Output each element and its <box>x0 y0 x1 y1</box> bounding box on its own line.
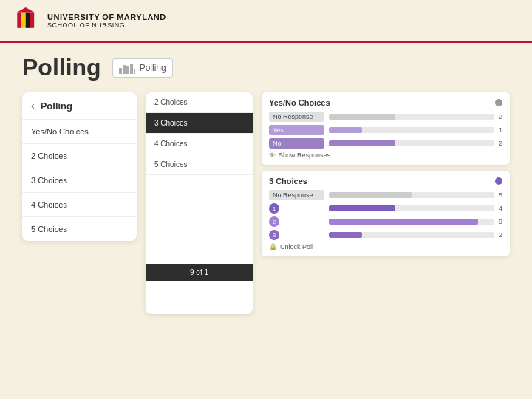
right-panel: Yes/No Choices No Response 2 Yes <box>262 92 510 256</box>
three-choices-card: 3 Choices No Response 5 1 <box>262 171 510 256</box>
yes-no-card: Yes/No Choices No Response 2 Yes <box>262 92 510 165</box>
unlock-poll-text: Unlock Poll <box>280 243 313 250</box>
tc-count-2: 9 <box>499 218 502 225</box>
three-choices-header: 3 Choices <box>269 177 502 185</box>
three-choices-title: 3 Choices <box>269 177 307 185</box>
svg-rect-8 <box>130 64 133 74</box>
title-row: Polling Polling <box>22 54 510 81</box>
back-arrow[interactable]: ‹ <box>31 100 35 112</box>
yes-no-row-noresp: No Response 2 <box>269 112 502 122</box>
left-panel: ‹ Polling Yes/No Choices 2 Choices 3 Cho… <box>22 92 137 241</box>
main-content: Polling Polling ‹ Polling Yes/No Choices <box>0 43 532 325</box>
logo-text: UNIVERSITY of MARYLAND SCHOOL OF NURSING <box>47 13 166 29</box>
svg-rect-2 <box>26 13 30 28</box>
svg-rect-6 <box>123 65 126 74</box>
yes-no-title: Yes/No Choices <box>269 98 330 107</box>
three-choices-dot <box>495 177 502 185</box>
show-responses[interactable]: 👁 Show Responses <box>269 151 502 159</box>
tc-count-1: 4 <box>499 205 502 212</box>
yes-no-noresp-fill <box>329 114 395 120</box>
tc-fill-3 <box>329 232 362 238</box>
svg-rect-9 <box>134 69 135 74</box>
school-name: SCHOOL OF NURSING <box>47 21 166 29</box>
tc-noresp-label: No Response <box>269 190 324 200</box>
svg-rect-7 <box>126 66 129 74</box>
tc-row-noresp: No Response 5 <box>269 190 502 200</box>
yes-no-noresp-count: 2 <box>499 113 502 120</box>
menu-item-yesno[interactable]: Yes/No Choices <box>22 120 137 144</box>
tc-row-3: 3 2 <box>269 230 502 240</box>
yes-no-card-header: Yes/No Choices <box>269 98 502 107</box>
yes-no-no-count: 2 <box>499 140 502 147</box>
unlock-poll[interactable]: 🔒 Unlock Poll <box>269 243 502 250</box>
svg-marker-4 <box>17 7 34 13</box>
yes-no-no-label: No <box>269 138 324 149</box>
svg-rect-0 <box>17 13 21 28</box>
panels-row: ‹ Polling Yes/No Choices 2 Choices 3 Cho… <box>22 92 510 314</box>
menu-item-2choices[interactable]: 2 Choices <box>22 144 137 168</box>
tc-count-3: 2 <box>499 231 502 239</box>
menu-item-5choices[interactable]: 5 Choices <box>22 217 137 241</box>
circle-2: 2 <box>269 216 279 227</box>
tc-fill-1 <box>329 205 395 211</box>
mid-panel: 2 Choices 3 Choices 4 Choices 5 Choices … <box>146 92 253 314</box>
tc-bar-3 <box>329 232 494 238</box>
logo-area: UNIVERSITY of MARYLAND SCHOOL OF NURSING <box>15 7 166 34</box>
yes-no-yes-fill <box>329 127 362 133</box>
yes-no-yes-bar <box>329 127 494 133</box>
tc-bar-1 <box>329 205 494 211</box>
tc-row-1: 1 4 <box>269 203 502 214</box>
circle-1: 1 <box>269 203 279 214</box>
yes-no-row-no: No 2 <box>269 138 502 149</box>
university-name: UNIVERSITY of MARYLAND <box>47 13 166 21</box>
menu-item-4choices[interactable]: 4 Choices <box>22 193 137 217</box>
mid-item-4choices[interactable]: 4 Choices <box>146 134 253 154</box>
tc-noresp-count: 5 <box>499 191 502 199</box>
header: UNIVERSITY of MARYLAND SCHOOL OF NURSING <box>0 0 532 43</box>
polling-badge: Polling <box>112 58 173 78</box>
mid-item-5choices[interactable]: 5 Choices <box>146 154 253 175</box>
show-responses-text: Show Responses <box>279 151 330 159</box>
tc-row-2: 2 9 <box>269 216 502 227</box>
tc-noresp-fill <box>329 192 412 198</box>
yes-no-yes-count: 1 <box>499 126 502 134</box>
yes-no-noresp-bar <box>329 114 494 120</box>
mid-item-2choices[interactable]: 2 Choices <box>146 92 253 113</box>
tc-bar-2 <box>329 219 494 225</box>
yes-no-no-fill <box>329 140 395 146</box>
yes-no-yes-label: Yes <box>269 125 324 135</box>
umd-logo-icon <box>15 7 41 34</box>
menu-item-3choices[interactable]: 3 Choices <box>22 168 137 193</box>
svg-rect-3 <box>30 13 34 28</box>
yes-no-dot <box>495 99 502 106</box>
tc-noresp-bar <box>329 192 494 198</box>
bar-chart-icon <box>119 62 135 74</box>
polling-badge-text: Polling <box>140 63 166 73</box>
left-panel-header: ‹ Polling <box>22 92 137 120</box>
tc-fill-2 <box>329 219 478 225</box>
eye-icon: 👁 <box>269 151 276 159</box>
yes-no-row-yes: Yes 1 <box>269 125 502 135</box>
circle-3: 3 <box>269 230 279 240</box>
lock-icon: 🔒 <box>269 243 277 250</box>
svg-rect-1 <box>21 13 26 28</box>
mid-bottom-bar: 9 of 1 <box>146 264 253 281</box>
mid-item-3choices[interactable]: 3 Choices <box>146 113 253 134</box>
yes-no-no-bar <box>329 140 494 146</box>
svg-rect-5 <box>119 68 122 74</box>
yes-no-noresp-label: No Response <box>269 112 324 122</box>
left-panel-title: Polling <box>41 100 72 112</box>
page-title: Polling <box>22 54 101 81</box>
